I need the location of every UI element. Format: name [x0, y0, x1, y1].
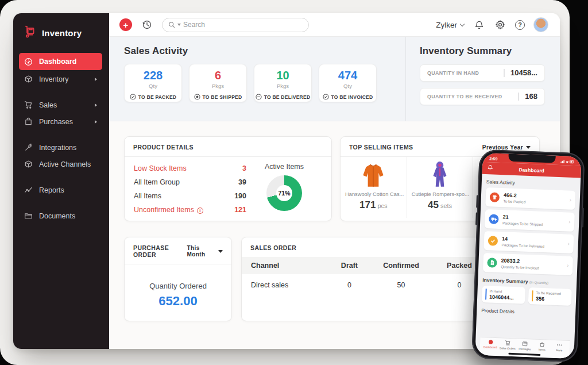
- top-selling-title: TOP SELLING ITEMS: [349, 144, 413, 151]
- channels-icon: [24, 160, 33, 168]
- cube-icon: [24, 75, 33, 83]
- quick-create-button[interactable]: +: [119, 18, 132, 31]
- chevron-right-icon: [95, 78, 97, 81]
- phone-card-to-be-invoiced: 20833.2 Quantity To be Invoiced ›: [483, 253, 573, 275]
- phone-inventory-summary-title: Inventory Summary (In Quantity): [482, 277, 572, 286]
- notifications-bell-icon[interactable]: [473, 18, 485, 31]
- sidebar-item-documents[interactable]: Documents: [19, 208, 102, 224]
- sidebar-item-integrations[interactable]: Integrations: [19, 140, 102, 155]
- pd-row-all-items[interactable]: All Items 190: [134, 189, 246, 203]
- phone-tab-items: Items: [533, 341, 551, 351]
- top-selling-item[interactable]: Hanswooly Cotton Cas... 171pcs: [341, 157, 407, 218]
- product-details-card: PRODUCT DETAILS Low Stock Items 3 All It…: [124, 136, 332, 221]
- donut-percent-label: 71%: [266, 175, 302, 211]
- quantity-ordered-label: Quantity Ordered: [125, 282, 231, 290]
- chevron-right-icon: ›: [567, 263, 568, 268]
- quantity-ordered-value: 652.00: [125, 294, 231, 309]
- brand: Inventory: [13, 13, 109, 49]
- phone-tab-dashboard: Dashboard: [482, 339, 500, 349]
- sidebar-item-inventory[interactable]: Inventory: [19, 71, 102, 87]
- chevron-right-icon: [95, 120, 97, 124]
- phone-tab-bar: Dashboard Sales Orders Packages Items: [479, 337, 570, 359]
- chevron-right-icon: ›: [570, 198, 571, 203]
- col-confirmed: Confirmed: [368, 257, 435, 274]
- sidebar-item-dashboard[interactable]: Dashboard: [19, 53, 102, 70]
- stat-card-to-be-invoiced[interactable]: 474 Qty TO BE INVOICED: [319, 64, 377, 102]
- phone-time: 2:59: [489, 156, 497, 161]
- pd-row-all-item-group[interactable]: All Item Group 39: [134, 175, 246, 189]
- inventory-logo-icon: [24, 25, 36, 40]
- phone-card-to-be-packed: 466.2 To be Packed ›: [485, 187, 575, 210]
- bag-icon: [24, 117, 33, 126]
- box-icon: [522, 341, 528, 347]
- sidebar-item-purchases[interactable]: Purchases: [19, 114, 102, 129]
- gauge-icon: [24, 57, 33, 66]
- help-icon[interactable]: ?: [515, 20, 525, 30]
- phone-volume-button: [476, 195, 478, 208]
- phone-nav-title: Dashboard: [519, 167, 544, 174]
- global-search[interactable]: [162, 18, 309, 32]
- search-icon: [168, 21, 175, 28]
- search-scope-dropdown-icon[interactable]: [177, 24, 181, 26]
- inventory-summary-title: Inventory Summary: [420, 45, 545, 57]
- purchase-order-range-dropdown[interactable]: This Month: [187, 245, 223, 258]
- pd-row-unconfirmed-items[interactable]: Unconfirmed Itemsi 121: [134, 203, 246, 217]
- check-circle-icon: [130, 94, 136, 100]
- settings-gear-icon[interactable]: [494, 18, 506, 31]
- purchase-order-title: PURCHASE ORDER: [133, 244, 187, 258]
- doc-icon: [487, 258, 497, 268]
- phone-tab-packages: Packages: [516, 340, 534, 351]
- phone-frame: 2:59 Dashboard Sales Activity: [471, 149, 585, 363]
- phone-summary-in-hand: In Hand 1046044...: [482, 286, 525, 304]
- chevron-right-icon: ›: [568, 220, 570, 225]
- sales-activity-section: Sales Activity 228 Qty TO BE PACKED 6: [109, 37, 406, 121]
- trend-icon: [24, 186, 33, 194]
- cart-icon: [24, 101, 33, 109]
- product-details-title: PRODUCT DETAILS: [133, 144, 194, 151]
- stat-card-to-be-packed[interactable]: 228 Qty TO BE PACKED: [124, 64, 182, 102]
- phone-card-to-be-shipped: 21 Packages To be Shipped ›: [485, 209, 575, 232]
- purchase-order-card: PURCHASE ORDER This Month Quantity Order…: [124, 237, 232, 321]
- cart-icon: [505, 340, 510, 346]
- stat-card-to-be-delivered[interactable]: 10 Pkgs TO BE DELIVERED: [254, 64, 312, 102]
- inventory-summary-row-to-be-received[interactable]: QUANTITY TO BE RECEIVED 168: [420, 88, 545, 105]
- phone-tab-sales-orders: Sales Orders: [499, 340, 517, 350]
- product-image-purple-romper: [407, 159, 473, 189]
- brand-name: Inventory: [42, 28, 82, 38]
- sidebar-item-sales[interactable]: Sales: [19, 97, 102, 113]
- user-avatar[interactable]: [533, 17, 548, 32]
- more-dots-icon: [556, 342, 562, 348]
- phone-mockup: 2:59 Dashboard Sales Activity: [471, 149, 585, 363]
- recent-history-icon[interactable]: [141, 18, 153, 31]
- sidebar-item-reports[interactable]: Reports: [19, 182, 102, 198]
- upper-strip: Sales Activity 228 Qty TO BE PACKED 6: [109, 37, 560, 121]
- shirt-icon: [490, 192, 500, 202]
- search-input[interactable]: [183, 21, 303, 29]
- phone-sales-activity-title: Sales Activity: [486, 179, 576, 188]
- chevron-right-icon: ›: [568, 241, 570, 247]
- col-draft: Draft: [331, 257, 368, 274]
- phone-screen: 2:59 Dashboard Sales Activity: [475, 153, 581, 359]
- folder-icon: [24, 212, 33, 220]
- inventory-summary-row-in-hand[interactable]: QUANTITY IN HAND 10458...: [420, 64, 545, 82]
- inventory-summary-section: Inventory Summary QUANTITY IN HAND 10458…: [406, 37, 560, 121]
- phone-volume-button: [475, 212, 478, 225]
- check-icon: [488, 236, 498, 246]
- chevron-down-icon: [460, 21, 465, 26]
- check-circle-icon: [323, 94, 329, 100]
- sidebar-item-active-channels[interactable]: Active Channels: [19, 156, 102, 172]
- phone-status-icons: [560, 159, 574, 164]
- topbar: + Zylker: [109, 13, 560, 37]
- stat-card-to-be-shipped[interactable]: 6 Pkgs TO BE SHIPPED: [189, 64, 247, 102]
- phone-tab-more: More: [551, 342, 568, 352]
- top-selling-item[interactable]: Cutiepie Rompers-spo... 45sets: [407, 157, 474, 218]
- phone-card-to-be-delivered: 14 Packages To be Delivered ›: [483, 231, 574, 253]
- product-image-orange-sweater: [341, 159, 407, 189]
- dashboard-icon: [488, 339, 493, 344]
- minus-circle-icon: [256, 94, 262, 100]
- dot-circle-icon: [194, 94, 200, 100]
- sidebar-menu: Dashboard Inventory Sales Purchases: [13, 49, 109, 224]
- pd-row-low-stock[interactable]: Low Stock Items 3: [134, 162, 246, 175]
- dropdown-triangle-icon: [218, 250, 223, 253]
- org-switcher[interactable]: Zylker: [436, 21, 464, 29]
